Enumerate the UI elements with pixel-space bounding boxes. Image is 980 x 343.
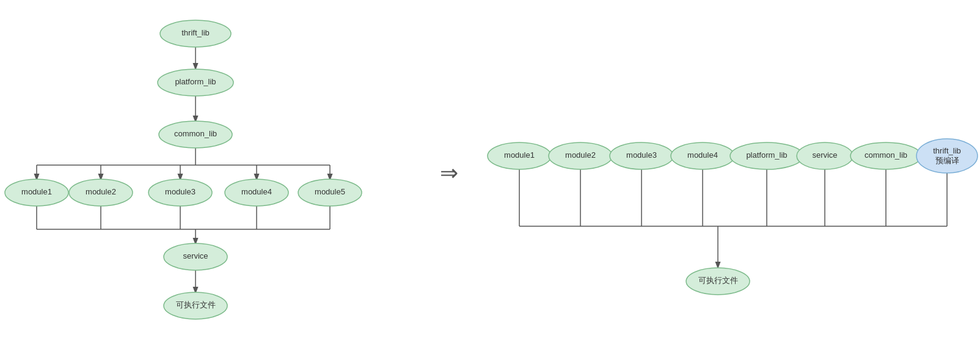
left-module4-label: module4: [241, 187, 272, 196]
right-exe-label: 可执行文件: [698, 276, 738, 285]
left-thrift-lib-label: thrift_lib: [181, 28, 210, 37]
left-platform-lib-label: platform_lib: [175, 77, 216, 86]
left-module3-label: module3: [165, 187, 196, 196]
left-module5-label: module5: [315, 187, 345, 196]
right-platform-lib-label: platform_lib: [746, 150, 787, 160]
transform-arrow: ⇒: [440, 160, 458, 185]
left-common-lib-label: common_lib: [174, 129, 217, 138]
right-service-label: service: [812, 150, 837, 160]
left-service-label: service: [183, 251, 208, 260]
left-module1-label: module1: [21, 187, 52, 196]
left-exe-label: 可执行文件: [176, 300, 216, 309]
left-module2-label: module2: [86, 187, 116, 196]
right-common-lib-label: common_lib: [865, 150, 907, 160]
right-module2-label: module2: [565, 150, 596, 160]
right-module1-label: module1: [504, 150, 535, 160]
right-module4-label: module4: [687, 150, 718, 160]
right-module3-label: module3: [626, 150, 657, 160]
right-thrift-lib-label-line1: thrift_lib: [933, 146, 961, 155]
right-thrift-lib-label-line2: 预编译: [935, 156, 959, 165]
